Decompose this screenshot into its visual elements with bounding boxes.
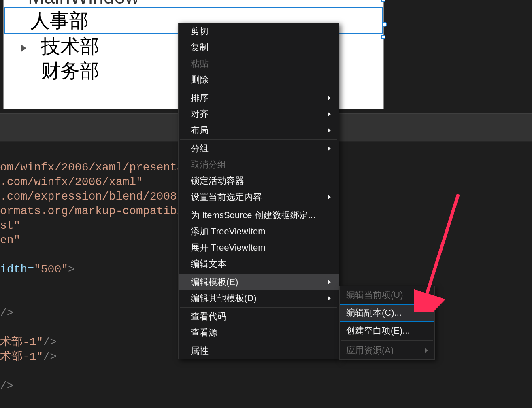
menu-set-selection[interactable]: 设置当前选定内容 <box>179 189 339 205</box>
tree-item-label: 人事部 <box>30 8 89 33</box>
menu-label: 编辑模板(E) <box>191 276 238 288</box>
menu-separator <box>180 307 337 308</box>
menu-view-source[interactable]: 查看源 <box>179 325 339 341</box>
menu-layout[interactable]: 布局 <box>179 122 339 138</box>
menu-label: 创建空白项(E)... <box>346 325 410 337</box>
chevron-right-icon <box>328 112 331 117</box>
chevron-right-icon <box>425 348 428 353</box>
menu-separator <box>341 340 433 341</box>
menu-label: 属性 <box>191 345 209 357</box>
menu-label: 对齐 <box>191 108 209 120</box>
code-text: /> <box>43 351 57 363</box>
chevron-right-icon <box>328 96 331 100</box>
tree-item-label: 财务部 <box>41 59 99 83</box>
menu-group[interactable]: 分组 <box>179 140 339 157</box>
menu-add-tvi[interactable]: 添加 TreeViewItem <box>179 223 339 240</box>
code-text: .com/expression/blend/2008" <box>0 190 184 203</box>
code-text: st" <box>0 219 20 232</box>
menu-label: 设置当前选定内容 <box>191 191 262 203</box>
submenu-create-empty[interactable]: 创建空白项(E)... <box>340 322 434 340</box>
menu-properties[interactable]: 属性 <box>179 343 339 359</box>
menu-label: 复制 <box>191 41 209 53</box>
menu-separator <box>180 139 337 140</box>
menu-label: 编辑当前项(U) <box>346 289 403 301</box>
selection-handle[interactable] <box>382 22 387 27</box>
submenu-edit-current: 编辑当前项(U) <box>340 286 434 304</box>
menu-label: 粘贴 <box>191 57 209 70</box>
menu-edit-text[interactable]: 编辑文本 <box>179 256 339 272</box>
tree-item-label: 技术部 <box>41 34 99 59</box>
context-menu: 剪切 复制 粘贴 删除 排序 对齐 布局 分组 取消分组 锁定活动容器 设置当前… <box>178 23 339 359</box>
menu-align[interactable]: 对齐 <box>179 106 339 122</box>
menu-label: 排序 <box>191 92 209 104</box>
menu-label: 为 ItemsSource 创建数据绑定... <box>191 209 315 221</box>
menu-separator <box>180 89 337 89</box>
menu-expand-tvi[interactable]: 展开 TreeViewItem <box>179 240 339 256</box>
menu-label: 添加 TreeViewItem <box>191 225 266 238</box>
menu-label: 展开 TreeViewItem <box>191 242 266 254</box>
code-text: "500" <box>34 263 68 276</box>
menu-delete[interactable]: 删除 <box>179 72 339 88</box>
tree-expander-icon[interactable] <box>21 44 26 52</box>
menu-lock-container[interactable]: 锁定活动容器 <box>179 173 339 189</box>
submenu-edit-copy[interactable]: 编辑副本(C)... <box>340 304 434 322</box>
menu-label: 剪切 <box>191 25 209 37</box>
menu-sort[interactable]: 排序 <box>179 90 339 106</box>
selection-handle[interactable] <box>381 0 385 2</box>
menu-cut[interactable]: 剪切 <box>179 23 339 39</box>
code-text: 术部-1" <box>0 336 43 348</box>
menu-label: 删除 <box>191 74 209 86</box>
submenu-apply-resource: 应用资源(A) <box>340 342 434 359</box>
menu-view-code[interactable]: 查看代码 <box>179 308 339 325</box>
code-text: /> <box>0 380 14 392</box>
chevron-right-icon <box>328 296 331 301</box>
menu-paste: 粘贴 <box>179 55 339 72</box>
menu-label: 查看源 <box>191 327 217 339</box>
menu-separator <box>180 342 337 342</box>
chevron-right-icon <box>328 280 331 285</box>
menu-separator <box>180 206 337 206</box>
menu-separator <box>180 273 337 273</box>
menu-label: 编辑文本 <box>191 258 226 270</box>
menu-label: 编辑其他模板(D) <box>191 292 257 304</box>
chevron-right-icon <box>328 146 331 151</box>
menu-create-binding[interactable]: 为 ItemsSource 创建数据绑定... <box>179 207 339 223</box>
chevron-right-icon <box>328 195 331 200</box>
menu-edit-template[interactable]: 编辑模板(E) <box>179 274 339 290</box>
menu-ungroup: 取消分组 <box>179 157 339 173</box>
menu-label: 锁定活动容器 <box>191 175 244 187</box>
code-text: ormats.org/markup-compatibilit <box>0 205 204 217</box>
code-text: om/winfx/2006/xaml/presentatio <box>0 161 204 174</box>
menu-label: 取消分组 <box>191 159 226 171</box>
code-text: .com/winfx/2006/xaml" <box>0 176 143 188</box>
menu-copy[interactable]: 复制 <box>179 39 339 55</box>
menu-label: 布局 <box>191 124 209 136</box>
menu-label: 应用资源(A) <box>346 344 394 357</box>
chevron-right-icon <box>328 128 331 133</box>
code-text: en" <box>0 234 20 246</box>
code-text: > <box>68 263 75 276</box>
menu-label: 编辑副本(C)... <box>346 307 402 319</box>
code-text: /> <box>0 307 14 319</box>
code-text: 术部-1" <box>0 351 43 363</box>
menu-label: 查看代码 <box>191 310 226 323</box>
code-text: idth= <box>0 263 34 276</box>
menu-label: 分组 <box>191 142 209 155</box>
submenu-edit-template: 编辑当前项(U) 编辑副本(C)... 创建空白项(E)... 应用资源(A) <box>339 286 435 360</box>
selection-handle[interactable] <box>381 35 385 39</box>
code-text: /> <box>43 336 57 348</box>
menu-edit-other-templates[interactable]: 编辑其他模板(D) <box>179 290 339 306</box>
